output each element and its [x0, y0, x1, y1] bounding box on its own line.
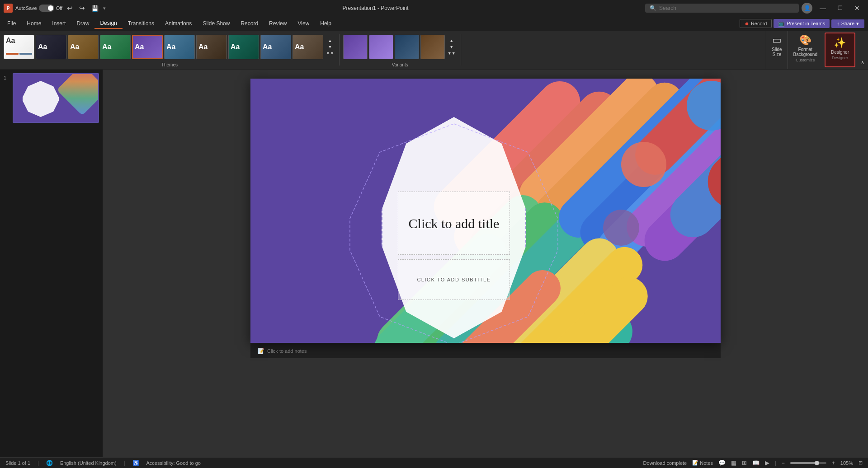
slide-subtitle-placeholder: CLICK TO ADD SUBTITLE [417, 277, 491, 282]
ribbon-collapse-button[interactable]: ∧ [857, 58, 868, 67]
slide-sorter-button[interactable]: ⊞ [742, 459, 747, 466]
format-bg-label: FormatBackground [793, 47, 817, 57]
fit-slide-button[interactable]: ⊡ [859, 460, 863, 466]
tab-file[interactable]: File [2, 19, 21, 28]
svg-point-17 [603, 210, 639, 246]
close-button[interactable]: ✕ [850, 4, 864, 13]
tab-home[interactable]: Home [21, 19, 47, 28]
search-box[interactable]: 🔍 [645, 4, 799, 13]
slide-size-button[interactable]: ▭ SlideSize [766, 31, 787, 69]
themes-group-label: Themes [161, 62, 178, 67]
tab-view[interactable]: View [292, 19, 315, 28]
tab-design[interactable]: Design [94, 18, 122, 29]
autosave-label: AutoSave [15, 5, 37, 11]
slide-canvas[interactable]: Click to add title CLICK TO ADD SUBTITLE [250, 79, 721, 343]
theme-thumb-7[interactable]: Aa [228, 35, 259, 59]
format-bg-sublabel: Customize [796, 58, 815, 62]
theme-thumb-2[interactable]: Aa [68, 35, 99, 59]
theme-thumb-5[interactable]: Aa [164, 35, 195, 59]
notes-toggle[interactable]: 📝 Notes [692, 460, 713, 466]
comments-button[interactable]: 💬 [718, 459, 726, 466]
normal-view-button[interactable]: ▦ [731, 459, 736, 466]
variant-2[interactable] [395, 35, 419, 59]
reading-view-button[interactable]: 📖 [752, 459, 760, 466]
theme-thumb-6[interactable]: Aa [196, 35, 227, 59]
share-label: Share [841, 21, 854, 26]
separator-sb2: | [124, 460, 125, 466]
slide-subtitle-box[interactable]: CLICK TO ADD SUBTITLE [398, 259, 510, 300]
slide-thumbnail[interactable] [13, 73, 99, 123]
themes-expand[interactable]: ▼▼ [325, 51, 335, 56]
tab-transitions[interactable]: Transitions [123, 19, 160, 28]
tab-animations[interactable]: Animations [160, 19, 197, 28]
theme-thumb-3[interactable]: Aa [100, 35, 131, 59]
variant-3[interactable] [420, 35, 445, 59]
theme-thumb-active[interactable]: Aa [132, 35, 163, 59]
themes-scroll-down[interactable]: ▼ [325, 44, 335, 50]
designer-icon: ✨ [834, 37, 846, 49]
workspace: 1 [0, 70, 868, 457]
slide-size-icon: ▭ [772, 34, 782, 46]
tab-help[interactable]: Help [315, 19, 337, 28]
slide-size-label: SlideSize [772, 47, 782, 57]
autosave-area: AutoSave Off [15, 5, 62, 12]
record-button[interactable]: ⏺ Record [740, 19, 772, 28]
zoom-level: 105% [840, 460, 853, 466]
app-icon: P [4, 4, 13, 13]
notes-bar[interactable]: 📝 Click to add notes [250, 343, 721, 358]
canvas-area: Click to add title CLICK TO ADD SUBTITLE… [103, 70, 868, 457]
customize-icon: ▾ [103, 5, 106, 11]
record-label: Record [751, 21, 767, 26]
variants-expand[interactable]: ▼▼ [446, 51, 457, 56]
present-in-teams-button[interactable]: 📺 Present in Teams [774, 19, 830, 28]
titlebar: P AutoSave Off ↩ ↪ 💾 ▾ Presentation1 - P… [0, 0, 868, 16]
tab-record[interactable]: Record [235, 19, 264, 28]
variant-0[interactable] [343, 35, 368, 59]
tab-slideshow[interactable]: Slide Show [197, 19, 235, 28]
tab-review[interactable]: Review [264, 19, 292, 28]
theme-thumb-1[interactable]: Aa [36, 35, 66, 59]
format-background-button[interactable]: 🎨 FormatBackground Customize [788, 31, 823, 69]
ribbon: Aa Aa Aa Aa Aa Aa Aa Aa Aa Aa ▲ ▼ [0, 31, 868, 70]
separator-sb1: | [38, 460, 39, 466]
share-button[interactable]: ↑ Share ▾ [831, 19, 864, 28]
customize-group: ▭ SlideSize 🎨 FormatBackground Customize… [766, 31, 857, 69]
zoom-out-button[interactable]: − [782, 460, 785, 466]
slide-title-box[interactable]: Click to add title [398, 192, 510, 255]
variants-scroll-up[interactable]: ▲ [446, 38, 457, 43]
variant-1[interactable] [369, 35, 393, 59]
theme-thumb-8[interactable]: Aa [260, 35, 291, 59]
theme-thumb-0[interactable]: Aa [4, 35, 34, 59]
restore-button[interactable]: ❐ [833, 4, 847, 12]
variants-group: ▲ ▼ ▼▼ Variants [340, 31, 461, 69]
share-dropdown-icon: ▾ [856, 21, 859, 27]
search-input[interactable] [659, 5, 786, 11]
profile-icon[interactable]: 👤 [802, 3, 812, 14]
zoom-slider[interactable] [790, 462, 826, 464]
record-icon: ⏺ [745, 21, 749, 26]
slideshow-button[interactable]: ▶ [765, 459, 769, 466]
statusbar: Slide 1 of 1 | 🌐 English (United Kingdom… [0, 457, 868, 468]
accessibility-icon: ♿ [132, 460, 139, 466]
redo-button[interactable]: ↪ [77, 3, 87, 13]
search-icon: 🔍 [650, 5, 656, 11]
autosave-toggle[interactable] [39, 5, 54, 12]
minimize-button[interactable]: — [815, 4, 830, 13]
theme-thumb-9[interactable]: Aa [292, 35, 323, 59]
app-title: Presentation1 - PowerPoint [108, 5, 642, 11]
notes-placeholder: Click to add notes [267, 348, 307, 354]
separator-sb3: | [775, 460, 776, 466]
designer-button[interactable]: ✨ Designer Designer [825, 33, 855, 67]
undo-button[interactable]: ↩ [65, 3, 75, 13]
themes-scroll-up[interactable]: ▲ [325, 38, 335, 43]
zoom-in-button[interactable]: + [832, 460, 835, 466]
slide-thumb-number: 1 [4, 73, 10, 80]
tab-insert[interactable]: Insert [47, 19, 71, 28]
notes-icon: 📝 [258, 348, 264, 354]
tab-draw[interactable]: Draw [71, 19, 94, 28]
variants-scroll-down[interactable]: ▼ [446, 44, 457, 50]
autosave-state: Off [56, 5, 62, 11]
save-button[interactable]: 💾 [90, 4, 100, 13]
slide-info: Slide 1 of 1 [5, 460, 30, 466]
accessibility-label: Accessibility: Good to go [146, 460, 201, 466]
